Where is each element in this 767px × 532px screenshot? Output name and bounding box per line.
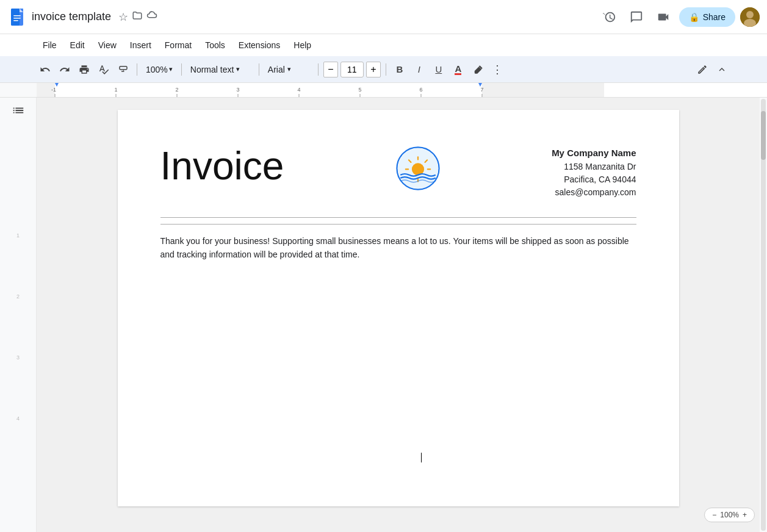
more-formatting-button[interactable]: ⋮ [489, 60, 506, 79]
text-cursor [421, 451, 422, 462]
divider2 [181, 63, 182, 76]
paintformat-button[interactable] [115, 60, 132, 79]
doc-area[interactable]: Invoice [37, 98, 760, 532]
redo-button[interactable] [56, 60, 73, 79]
zoom-dropdown-icon: ▾ [169, 65, 173, 73]
left-panel: 1 2 3 4 [0, 98, 37, 532]
zoom-select[interactable]: 100% ▾ [142, 60, 176, 79]
zoom-value: 100% [146, 65, 168, 74]
star-icon[interactable]: ☆ [118, 10, 128, 24]
meet-button[interactable] [652, 6, 674, 28]
font-select[interactable]: Arial ▾ [264, 60, 313, 79]
zoom-minus-icon[interactable]: − [712, 511, 716, 519]
address-line1[interactable]: 1158 Manzanita Dr [552, 160, 636, 173]
menu-help[interactable]: Help [287, 38, 317, 52]
company-name[interactable]: My Company Name [552, 146, 636, 160]
style-select[interactable]: Normal text ▾ [187, 60, 254, 79]
bold-label: B [396, 64, 403, 74]
pen-tool-button[interactable] [694, 60, 711, 79]
menu-insert[interactable]: Insert [124, 38, 157, 52]
svg-rect-1 [11, 9, 20, 26]
font-size-plus-button[interactable]: + [366, 62, 381, 77]
divider-line-1 [160, 217, 636, 218]
collapse-toolbar-button[interactable] [713, 60, 730, 79]
svg-text:1: 1 [114, 87, 117, 93]
company-logo [396, 146, 440, 190]
zoom-plus-icon[interactable]: + [743, 511, 747, 519]
svg-text:6: 6 [419, 87, 422, 93]
menu-edit[interactable]: Edit [64, 38, 91, 52]
menu-view[interactable]: View [92, 38, 123, 52]
doc-title[interactable]: invoice template [32, 10, 111, 23]
invoice-title-container: Invoice [160, 146, 284, 185]
top-actions: 🔒 Share [599, 6, 760, 28]
ruler-mark-3: 3 [16, 354, 20, 361]
page: Invoice [118, 110, 679, 506]
font-size-input[interactable] [340, 62, 364, 77]
svg-rect-5 [13, 15, 21, 16]
right-scrollbar[interactable] [760, 98, 767, 532]
history-button[interactable] [599, 6, 621, 28]
divider1 [137, 63, 137, 76]
plus-label: + [370, 64, 376, 75]
font-color-button[interactable]: A [450, 60, 467, 79]
share-button[interactable]: 🔒 Share [679, 7, 735, 27]
font-color-label: A [455, 64, 461, 75]
ruler-mark-2: 2 [16, 293, 20, 300]
undo-button[interactable] [37, 60, 54, 79]
invoice-title[interactable]: Invoice [160, 146, 284, 185]
svg-text:7: 7 [480, 87, 483, 93]
menu-extensions[interactable]: Extensions [232, 38, 286, 52]
share-label: Share [703, 12, 726, 22]
print-button[interactable] [76, 60, 93, 79]
bold-button[interactable]: B [391, 60, 408, 79]
svg-rect-7 [13, 20, 18, 21]
folder-icon[interactable] [132, 10, 143, 24]
svg-text:4: 4 [297, 87, 300, 93]
address-line2[interactable]: Pacifica, CA 94044 [552, 173, 636, 186]
svg-rect-12 [482, 83, 604, 98]
scroll-track[interactable] [761, 99, 766, 531]
avatar[interactable] [740, 7, 760, 27]
divider-line-2 [160, 224, 636, 225]
svg-rect-6 [13, 18, 21, 19]
scroll-thumb[interactable] [761, 111, 766, 160]
italic-label: I [418, 64, 420, 74]
zoom-control[interactable]: − 100% + [704, 508, 755, 522]
font-size-minus-button[interactable]: − [323, 62, 338, 77]
highlight-button[interactable] [469, 60, 486, 79]
company-info: My Company Name 1158 Manzanita Dr Pacifi… [552, 146, 636, 199]
thank-you-text[interactable]: Thank you for your business! Supporting … [160, 234, 636, 262]
zoom-percentage: 100% [720, 511, 739, 519]
main-area: 1 2 3 4 Invoice [0, 98, 767, 532]
ruler: -1 1 2 3 4 5 6 7 [37, 83, 767, 97]
divider5 [386, 63, 386, 76]
menu-tools[interactable]: Tools [199, 38, 231, 52]
more-label: ⋮ [492, 63, 503, 76]
minus-label: − [328, 64, 333, 75]
top-bar: invoice template ☆ 🔒 Share [0, 0, 767, 34]
ruler-mark-4: 4 [16, 415, 20, 422]
font-value: Arial [268, 65, 285, 74]
menu-format[interactable]: Format [159, 38, 198, 52]
svg-point-9 [746, 11, 754, 18]
email[interactable]: sales@company.com [552, 186, 636, 199]
underline-button[interactable]: U [430, 60, 447, 79]
toolbar: 100% ▾ Normal text ▾ Arial ▾ − + B I U A… [0, 56, 767, 83]
menu-file[interactable]: File [37, 38, 63, 52]
svg-text:3: 3 [236, 87, 239, 93]
title-icons: ☆ [118, 10, 157, 24]
svg-text:2: 2 [175, 87, 178, 93]
invoice-header: Invoice [160, 146, 636, 199]
underline-label: U [435, 64, 442, 74]
style-value: Normal text [190, 65, 234, 74]
svg-rect-13 [55, 83, 482, 98]
share-lock-icon: 🔒 [689, 12, 699, 22]
comment-button[interactable] [625, 6, 647, 28]
italic-button[interactable]: I [411, 60, 428, 79]
spellcheck-button[interactable] [95, 60, 112, 79]
ruler-left-margin [0, 83, 37, 97]
divider3 [259, 63, 259, 76]
outline-icon[interactable] [12, 104, 25, 120]
cloud-icon[interactable] [146, 10, 157, 24]
